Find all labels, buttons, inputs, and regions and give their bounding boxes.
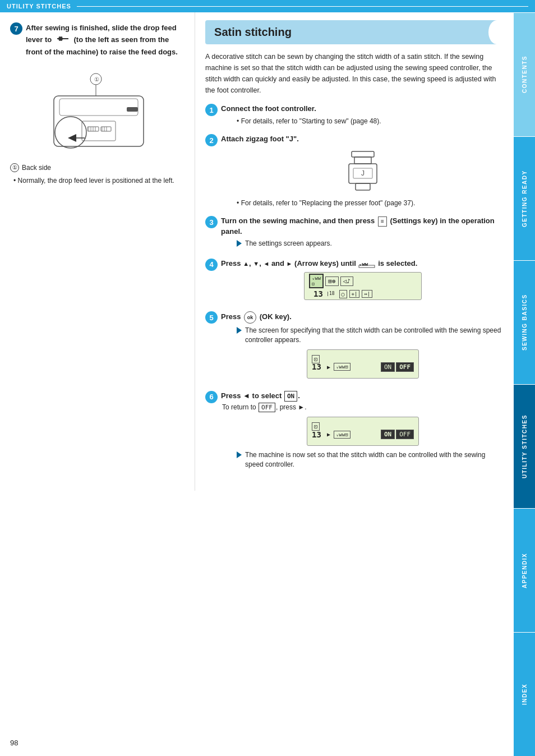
step-7-title: After sewing is finished, slide the drop… xyxy=(26,22,187,58)
lcd-5-stitch: ᵥww⊡ xyxy=(334,363,350,371)
stitch-symbol: ᵥww xyxy=(358,259,376,268)
annotation-circle-1: ① xyxy=(10,163,19,172)
section-title: Satin stitching xyxy=(214,26,292,39)
step-4-header: 4 Press ▲, ▼, ◄ and ► (Arrow keys) until… xyxy=(205,259,505,303)
lcd-icon-circle: ○ xyxy=(339,290,347,298)
step-4-content: Press ▲, ▼, ◄ and ► (Arrow keys) until ᵥ… xyxy=(221,259,505,303)
step-6-result: The machine is now set so that the stitc… xyxy=(237,450,505,469)
arrow-right-icon: ► xyxy=(287,260,293,267)
lcd-6-arrow: ▶ xyxy=(327,431,330,437)
svg-rect-16 xyxy=(101,127,111,131)
page-number: 98 xyxy=(10,739,18,747)
step-6-content: Press ◄ to select ON. To return to OFF, … xyxy=(221,391,505,472)
sidebar-tab-getting-ready[interactable]: GETTING READY xyxy=(514,136,535,260)
step-3-header: 3 Turn on the sewing machine, and then p… xyxy=(205,216,505,251)
lcd-fraction: 18 xyxy=(328,292,335,296)
machine-diagram: ① xyxy=(43,68,155,158)
lcd-6-top-icons: ⊡ xyxy=(312,423,320,430)
step-5-content: Press ok (OK key). The screen for specif… xyxy=(221,311,505,383)
step-6-circle: 6 xyxy=(205,391,218,403)
sidebar-tab-appendix[interactable]: APPENDIX xyxy=(514,508,535,632)
off-symbol: OFF xyxy=(259,403,275,412)
on-symbol: ON xyxy=(284,391,297,402)
step-3-result: The settings screen appears. xyxy=(237,239,505,248)
step-7-content: After sewing is finished, slide the drop… xyxy=(26,22,187,63)
right-column: Satin stitching A decorative stitch can … xyxy=(195,12,514,491)
lcd-icon-2: ⊞⊛ xyxy=(325,276,338,286)
step-2-block: 2 Attach zigzag foot "J". J For detai xyxy=(205,134,505,208)
arrow-down-icon: ▼ xyxy=(253,260,259,267)
lcd-6-stitch: ᵥww⊡ xyxy=(334,431,350,439)
step-2-title: Attach zigzag foot "J". xyxy=(221,134,505,144)
settings-key-icon: ≡ xyxy=(378,216,387,227)
step-5-block: 5 Press ok (OK key). The screen for spec… xyxy=(205,311,505,383)
lcd-5-row2: 13 ▶ ᵥww⊡ ON OFF xyxy=(307,362,418,372)
step-1-circle: 1 xyxy=(205,104,218,116)
svg-text:①: ① xyxy=(94,76,99,82)
right-sidebar: CONTENTS GETTING READY SEWING BASICS UTI… xyxy=(514,12,535,756)
section-description: A decorative stitch can be sewn by chang… xyxy=(205,51,505,96)
lcd-5-onoff: ON OFF xyxy=(381,362,414,372)
step-5-header: 5 Press ok (OK key). The screen for spec… xyxy=(205,311,505,383)
sidebar-tab-sewing-basics[interactable]: SEWING BASICS xyxy=(514,260,535,384)
svg-rect-29 xyxy=(356,183,370,190)
step-3-block: 3 Turn on the sewing machine, and then p… xyxy=(205,216,505,251)
step-2-content: Attach zigzag foot "J". J For details, r… xyxy=(221,134,505,208)
annotation-1: ① Back side xyxy=(10,163,187,172)
lcd-6-row2: 13 ▶ ᵥww⊡ ON OFF xyxy=(307,430,418,439)
step-1-header: 1 Connect the foot controller. For detai… xyxy=(205,104,505,126)
lcd-row-bottom: 13 18 ○ +| ↔| xyxy=(309,289,417,298)
lcd-num-13: 13 xyxy=(313,289,323,298)
svg-marker-2 xyxy=(61,36,64,41)
sidebar-tab-contents[interactable]: CONTENTS xyxy=(514,12,535,136)
zigzag-foot-image: J xyxy=(343,149,382,193)
step-6-title: Press ◄ to select ON. xyxy=(221,391,505,402)
section-title-arc xyxy=(488,20,505,44)
step-7-block: 7 After sewing is finished, slide the dr… xyxy=(10,22,187,186)
lcd-step5: ⊡ 13 ▶ ᵥww⊡ ON OFF xyxy=(307,349,419,379)
left-column: 7 After sewing is finished, slide the dr… xyxy=(0,12,195,491)
lcd-5-off: OFF xyxy=(396,362,414,372)
step-1-sub: For details, refer to "Starting to sew" … xyxy=(237,116,505,126)
result-arrow-6-icon xyxy=(237,451,242,458)
step-2-header: 2 Attach zigzag foot "J". J For detai xyxy=(205,134,505,208)
svg-marker-20 xyxy=(68,134,76,142)
step-7-circle: 7 xyxy=(10,22,22,35)
header-divider xyxy=(77,6,528,7)
lcd-5-row1: ⊡ xyxy=(307,356,418,362)
lcd-6-row1: ⊡ xyxy=(307,423,418,430)
step-6-result-text: The machine is now set so that the stitc… xyxy=(245,450,505,469)
step-7-note: Normally, the drop feed lever is positio… xyxy=(10,176,187,186)
step-3-result-text: The settings screen appears. xyxy=(245,239,332,248)
lcd-row-top: ᵥww⊡ ⊞⊛ ◁♪ xyxy=(309,274,417,288)
annotation-label: Back side xyxy=(22,164,51,172)
main-content: 7 After sewing is finished, slide the dr… xyxy=(0,12,514,491)
lcd-5-arrow: ▶ xyxy=(327,364,330,370)
section-title-bar: Satin stitching xyxy=(205,20,505,44)
lcd-plus-icon: +| xyxy=(349,290,360,298)
top-bar: UTILITY STITCHES xyxy=(0,0,535,12)
step-5-circle: 5 xyxy=(205,311,218,324)
svg-text:ᵥww: ᵥww xyxy=(359,261,368,267)
lcd-step6: ⊡ 13 ▶ ᵥww⊡ ON OFF xyxy=(307,417,419,446)
lcd-arrows-icon: ↔| xyxy=(362,290,372,298)
step-1-title: Connect the foot controller. xyxy=(221,104,505,114)
lcd-6-on: ON xyxy=(381,430,395,439)
sidebar-tab-utility-stitches[interactable]: UTILITY STITCHES xyxy=(514,384,535,508)
step-7-header: 7 After sewing is finished, slide the dr… xyxy=(10,22,187,63)
step-6-subtitle: To return to OFF, press ►. xyxy=(222,403,505,412)
sidebar-tab-index[interactable]: INDEX xyxy=(514,632,535,756)
svg-rect-9 xyxy=(59,99,138,116)
drop-feed-lever-icon xyxy=(55,34,71,44)
svg-marker-1 xyxy=(57,36,61,41)
step-1-content: Connect the foot controller. For details… xyxy=(221,104,505,126)
step-4-circle: 4 xyxy=(205,259,218,271)
arrow-left-icon: ◄ xyxy=(263,260,269,267)
svg-rect-23 xyxy=(127,107,138,112)
step-6-header: 6 Press ◄ to select ON. To return to OFF… xyxy=(205,391,505,472)
step-2-sub: For details, refer to "Replacing the pre… xyxy=(237,198,505,208)
step-4-block: 4 Press ▲, ▼, ◄ and ► (Arrow keys) until… xyxy=(205,259,505,303)
step-1-block: 1 Connect the foot controller. For detai… xyxy=(205,104,505,126)
stitch-selected-icon: ᵥww⊡ xyxy=(309,274,324,288)
step-5-result: The screen for specifying that the stitc… xyxy=(237,326,505,345)
